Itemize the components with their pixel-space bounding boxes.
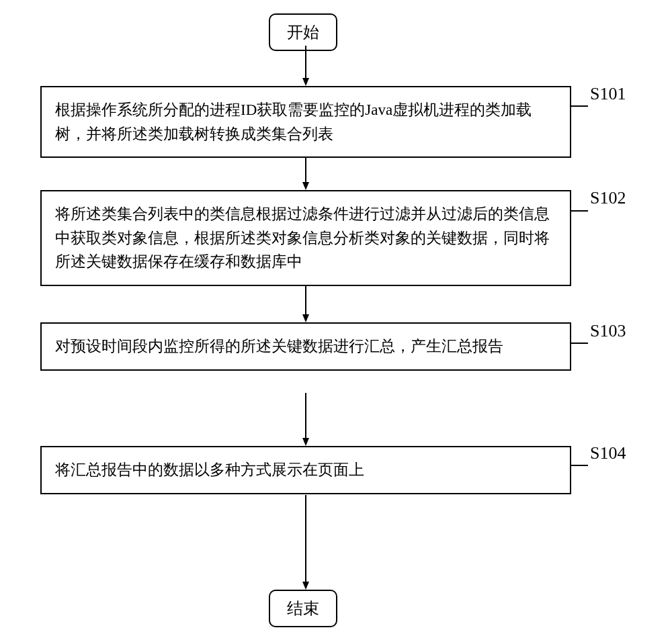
svg-marker-1 bbox=[302, 78, 309, 86]
arrow-start-to-s101 bbox=[302, 46, 316, 86]
step-label-s101: S101 bbox=[590, 84, 626, 104]
arrow-s103-to-s104 bbox=[302, 393, 316, 446]
label-connector-4 bbox=[571, 465, 588, 466]
process-s101: 根据操作系统所分配的进程ID获取需要监控的Java虚拟机进程的类加载树，并将所述… bbox=[40, 86, 571, 158]
start-label: 开始 bbox=[287, 24, 319, 41]
label-connector-2 bbox=[571, 210, 588, 212]
process-s104: 将汇总报告中的数据以多种方式展示在页面上 bbox=[40, 446, 571, 494]
process-s101-text: 根据操作系统所分配的进程ID获取需要监控的Java虚拟机进程的类加载树，并将所述… bbox=[55, 101, 532, 142]
svg-marker-9 bbox=[302, 582, 309, 590]
step-label-s102: S102 bbox=[590, 188, 626, 208]
svg-marker-3 bbox=[302, 182, 309, 190]
step-label-s103: S103 bbox=[590, 321, 626, 341]
process-s103-text: 对预设时间段内监控所得的所述关键数据进行汇总，产生汇总报告 bbox=[55, 338, 503, 355]
process-s104-text: 将汇总报告中的数据以多种方式展示在页面上 bbox=[55, 461, 364, 478]
label-connector-1 bbox=[571, 105, 588, 107]
step-label-s104: S104 bbox=[590, 443, 626, 463]
arrow-s101-to-s102 bbox=[302, 156, 316, 190]
process-s102: 将所述类集合列表中的类信息根据过滤条件进行过滤并从过滤后的类信息中获取类对象信息… bbox=[40, 190, 571, 286]
svg-marker-7 bbox=[302, 438, 309, 446]
end-label: 结束 bbox=[287, 600, 319, 617]
svg-marker-5 bbox=[302, 314, 309, 322]
process-s102-text: 将所述类集合列表中的类信息根据过滤条件进行过滤并从过滤后的类信息中获取类对象信息… bbox=[55, 206, 550, 270]
label-connector-3 bbox=[571, 343, 588, 344]
arrow-s102-to-s103 bbox=[302, 285, 316, 322]
end-terminal: 结束 bbox=[269, 590, 337, 627]
arrow-s104-to-end bbox=[302, 495, 316, 590]
process-s103: 对预设时间段内监控所得的所述关键数据进行汇总，产生汇总报告 bbox=[40, 322, 571, 371]
